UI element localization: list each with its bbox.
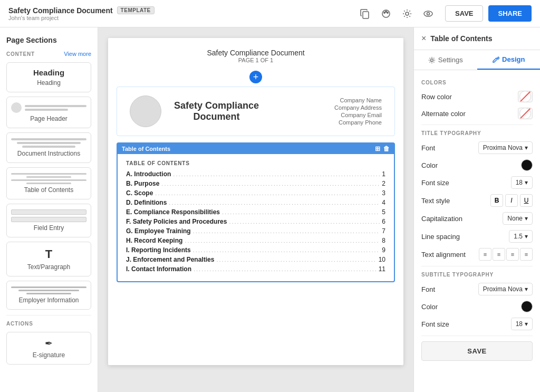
- toc-entry: F. Safety Policies and Procedures ......…: [126, 218, 385, 225]
- sidebar-item-toc-label: Table of Contents: [24, 186, 73, 194]
- right-panel: × Table of Contents Settings Design COLO…: [413, 27, 540, 392]
- topbar: Safety Compliance Document TEMPLATE John…: [0, 0, 540, 27]
- page-title-area: Safety Compliance Document PAGE 1 OF 1: [108, 38, 403, 68]
- panel-close-button[interactable]: ×: [421, 34, 426, 43]
- toc-block-header: Table of Contents ⊞ 🗑: [118, 144, 394, 154]
- toc-dots: ........................................…: [193, 247, 380, 253]
- sidebar-item-text-paragraph[interactable]: T Text/Paragraph: [6, 242, 91, 276]
- preview-icon[interactable]: [422, 7, 435, 20]
- toc-entries-container: A. Introduction ........................…: [126, 170, 385, 273]
- toc-entry: E. Compliance Responsibilities .........…: [126, 208, 385, 216]
- doc-logo-circle: [130, 95, 161, 127]
- tab-design[interactable]: Design: [477, 50, 541, 70]
- doc-instructions-preview: [11, 138, 86, 148]
- align-left-button[interactable]: ≡: [479, 248, 491, 261]
- sidebar-item-page-header[interactable]: Page Header: [6, 97, 91, 128]
- align-right-button[interactable]: ≡: [506, 248, 519, 261]
- sidebar-item-doc-instructions[interactable]: Document Instructions: [6, 132, 91, 163]
- copy-icon[interactable]: [359, 7, 371, 20]
- add-section-button[interactable]: +: [249, 71, 262, 83]
- topbar-icons: [359, 7, 435, 20]
- tab-settings[interactable]: Settings: [414, 50, 477, 70]
- text-style-buttons: B I U: [490, 194, 533, 207]
- chevron-down-icon-4: ▾: [525, 233, 528, 240]
- palette-icon[interactable]: [380, 7, 392, 20]
- line-spacing-select[interactable]: 1.5 ▾: [509, 230, 533, 243]
- page-header-preview-icon: [11, 102, 86, 113]
- chevron-down-icon-2: ▾: [525, 179, 528, 186]
- panel-save-button[interactable]: SAVE: [421, 341, 533, 361]
- underline-button[interactable]: U: [520, 194, 533, 207]
- divider-2: [421, 266, 533, 266]
- toc-entry-label: F. Safety Policies and Procedures: [126, 218, 227, 225]
- toc-dots: ........................................…: [216, 256, 376, 263]
- template-badge: TEMPLATE: [117, 6, 155, 14]
- toc-content: TABLE OF CONTENTS A. Introduction ......…: [118, 154, 394, 281]
- view-more-link[interactable]: View more: [64, 51, 91, 57]
- svg-point-4: [387, 12, 388, 13]
- sidebar-item-employer-info[interactable]: Employer Information: [6, 281, 91, 310]
- doc-company-info: Company Name Company Address Company Ema…: [272, 97, 382, 126]
- font-select[interactable]: Proxima Nova ▾: [478, 141, 533, 154]
- subtitle-font-size-select[interactable]: 18 ▾: [511, 318, 533, 330]
- toc-dots: ........................................…: [193, 228, 380, 234]
- svg-point-8: [430, 59, 433, 61]
- sidebar-item-esignature[interactable]: ✒ E-signature: [6, 332, 91, 365]
- chevron-down-icon-5: ▾: [525, 285, 528, 293]
- capitalization-select[interactable]: None ▾: [503, 212, 533, 225]
- doc-header-section: Safety Compliance Document Company Name …: [117, 87, 395, 136]
- line-spacing-row: Line spacing 1.5 ▾: [421, 230, 533, 243]
- font-row: Font Proxima Nova ▾: [421, 141, 533, 154]
- toc-entry-num: 6: [382, 218, 385, 225]
- row-color-label: Row color: [421, 93, 452, 101]
- row-color-row: Row color: [421, 91, 533, 102]
- right-panel-header: × Table of Contents: [414, 27, 540, 50]
- settings-icon[interactable]: [401, 7, 413, 20]
- capitalization-label: Capitalization: [421, 215, 462, 223]
- company-phone: Company Phone: [339, 119, 382, 126]
- toc-entry-num: 2: [382, 180, 385, 187]
- sidebar-item-employer-info-label: Employer Information: [18, 297, 79, 304]
- toc-delete-icon[interactable]: 🗑: [383, 145, 390, 152]
- toc-section-title: TABLE OF CONTENTS: [126, 160, 385, 166]
- font-size-row: Font size 18 ▾: [421, 176, 533, 189]
- company-email: Company Email: [341, 112, 382, 118]
- toc-entry-label: C. Scope: [126, 189, 153, 197]
- alternate-color-label: Alternate color: [421, 110, 466, 118]
- save-button[interactable]: SAVE: [445, 5, 483, 22]
- color-row: Color: [421, 159, 533, 171]
- sidebar-item-heading[interactable]: Heading Heading: [6, 62, 91, 92]
- toc-entry-label: G. Employee Training: [126, 227, 191, 235]
- italic-button[interactable]: I: [505, 194, 518, 207]
- color-picker[interactable]: [521, 159, 533, 171]
- share-button[interactable]: SHARE: [488, 5, 532, 22]
- toc-expand-icon[interactable]: ⊞: [375, 145, 380, 152]
- subtitle-font-row: Font Proxima Nova ▾: [421, 283, 533, 295]
- doc-name-text: Safety Compliance Document: [8, 6, 113, 15]
- sidebar-item-field-entry[interactable]: Field Entry: [6, 204, 91, 237]
- align-justify-button[interactable]: ≡: [520, 248, 533, 261]
- content-section-label: CONTENT View more: [6, 51, 91, 57]
- subtitle-color-picker[interactable]: [521, 301, 533, 312]
- center-canvas: Safety Compliance Document PAGE 1 OF 1 +…: [98, 27, 413, 392]
- subtitle-font-select[interactable]: Proxima Nova ▾: [478, 283, 533, 295]
- toc-block[interactable]: Table of Contents ⊞ 🗑 TABLE OF CONTENTS …: [117, 142, 395, 282]
- panel-body: COLORS Row color Alternate color TITLE T…: [414, 70, 540, 368]
- bold-button[interactable]: B: [490, 194, 503, 207]
- toc-entry-label: A. Introduction: [126, 170, 171, 178]
- toc-entry-num: 3: [382, 189, 385, 197]
- title-typography-label: TITLE TYPOGRAPHY: [421, 130, 533, 136]
- font-size-select[interactable]: 18 ▾: [511, 176, 533, 189]
- toc-dots: ........................................…: [155, 190, 380, 196]
- toc-header-icons: ⊞ 🗑: [375, 145, 390, 152]
- sidebar-item-toc[interactable]: Table of Contents: [6, 167, 91, 199]
- colors-section-label: COLORS: [421, 80, 533, 85]
- toc-entry-label: B. Purpose: [126, 180, 159, 187]
- heading-preview-icon: Heading: [11, 68, 86, 77]
- toc-entry: H. Record Keeping ......................…: [126, 237, 385, 244]
- alternate-color-swatch[interactable]: [518, 108, 533, 119]
- capitalization-row: Capitalization None ▾: [421, 212, 533, 225]
- toc-entry-label: E. Compliance Responsibilities: [126, 208, 220, 216]
- row-color-swatch[interactable]: [518, 91, 533, 102]
- align-center-button[interactable]: ≡: [493, 248, 505, 261]
